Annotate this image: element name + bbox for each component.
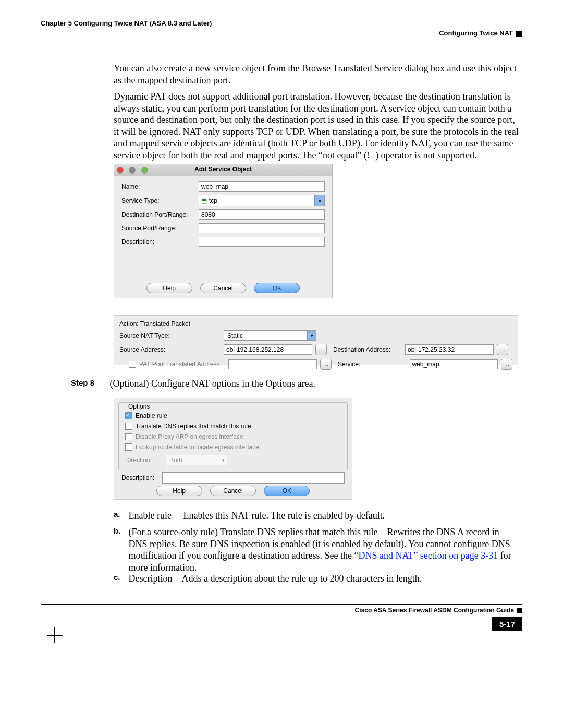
pat-pool-checkbox[interactable] [129, 361, 136, 368]
src-port-label: Source Port/Range: [121, 225, 199, 232]
crop-mark-icon [54, 627, 55, 643]
help-button[interactable]: Help [146, 283, 192, 293]
dest-address-label: Destination Address: [327, 346, 405, 353]
header-rule [41, 16, 522, 16]
cancel-button[interactable]: Cancel [200, 283, 246, 293]
direction-select: Both ▾ [166, 455, 227, 465]
ok-button[interactable]: OK [254, 283, 300, 293]
dest-port-input[interactable] [199, 209, 325, 220]
options-panel: Options Enable rule Translate DNS replie… [114, 398, 352, 500]
browse-dest-address-button[interactable]: … [497, 344, 508, 355]
dest-address-input[interactable] [405, 344, 494, 355]
footer-rule [41, 604, 522, 605]
translate-dns-checkbox[interactable] [125, 423, 132, 430]
dns-nat-link[interactable]: “DNS and NAT” section on page 3-31 [354, 550, 498, 561]
dropdown-arrow-icon: ▾ [219, 455, 227, 465]
list-item-a: a. Enable rule —Enables this NAT rule. T… [114, 510, 520, 522]
page-number: 5-17 [492, 617, 522, 631]
dest-port-label: Destination Port/Range: [121, 211, 199, 218]
lookup-route-checkbox [125, 443, 132, 451]
enable-rule-checkbox[interactable] [125, 412, 132, 419]
service-type-select[interactable]: ⬒ tcp ▾ [199, 195, 325, 206]
browse-service-button[interactable]: … [501, 359, 512, 370]
name-label: Name: [121, 183, 199, 190]
service-input[interactable] [410, 359, 498, 369]
header-section: Configuring Twice NAT [439, 29, 522, 37]
service-label: Service: [332, 361, 410, 368]
dialog-title: Add Service Object [114, 166, 332, 173]
translate-dns-label: Translate DNS replies that match this ru… [136, 423, 251, 430]
list-item-b: b. (For a source-only rule) Translate DN… [114, 526, 520, 573]
source-address-input[interactable] [224, 344, 312, 355]
dialog-titlebar: Add Service Object [114, 164, 332, 176]
options-help-button[interactable]: Help [156, 486, 202, 496]
step-text: (Optional) Configure NAT options in the … [110, 378, 316, 389]
paragraph-1: You can also create a new service object… [114, 63, 520, 86]
source-nat-type-select[interactable]: Static ▾ [224, 330, 316, 341]
tcp-icon: ⬒ [201, 197, 207, 204]
lookup-route-label: Lookup route table to locate egress inte… [136, 443, 259, 451]
name-input[interactable] [199, 181, 325, 192]
options-description-label: Description: [121, 474, 162, 482]
disable-proxy-arp-label: Disable Proxy ARP on egress interface [136, 433, 243, 440]
src-port-input[interactable] [199, 223, 325, 233]
footer-guide-title: Cisco ASA Series Firewall ASDM Configura… [355, 607, 522, 614]
enable-rule-label: Enable rule [136, 412, 167, 419]
disable-proxy-arp-checkbox [125, 433, 132, 440]
options-legend: Options [126, 403, 152, 410]
direction-label: Direction: [125, 456, 166, 464]
header-chapter: Chapter 5 Configuring Twice NAT (ASA 8.3… [41, 19, 212, 27]
source-nat-type-label: Source NAT Type: [119, 332, 224, 339]
add-service-object-dialog: Add Service Object Name: Service Type: ⬒… [114, 164, 333, 298]
browse-pat-pool-button: … [320, 359, 332, 370]
options-description-input[interactable] [162, 472, 345, 484]
pat-pool-input [228, 359, 317, 369]
description-label: Description: [121, 238, 199, 245]
dropdown-arrow-icon: ▾ [307, 331, 316, 340]
service-type-label: Service Type: [121, 197, 199, 204]
options-ok-button[interactable]: OK [264, 486, 310, 496]
translated-packet-panel: Action: Translated Packet Source NAT Typ… [114, 315, 518, 365]
dropdown-arrow-icon: ▾ [314, 195, 324, 206]
pat-pool-label: PAT Pool Translated Address: [139, 361, 229, 368]
step-label: Step 8 [71, 378, 107, 387]
options-cancel-button[interactable]: Cancel [210, 486, 256, 496]
list-item-c: c. Description—Adds a description about … [114, 573, 520, 585]
description-input[interactable] [199, 237, 325, 247]
paragraph-2: Dynamic PAT does not support additional … [114, 91, 520, 161]
source-address-label: Source Address: [119, 346, 224, 353]
browse-source-address-button[interactable]: … [315, 344, 327, 355]
step-8: Step 8 (Optional) Configure NAT options … [71, 378, 519, 389]
section-title: Action: Translated Packet [119, 320, 512, 327]
